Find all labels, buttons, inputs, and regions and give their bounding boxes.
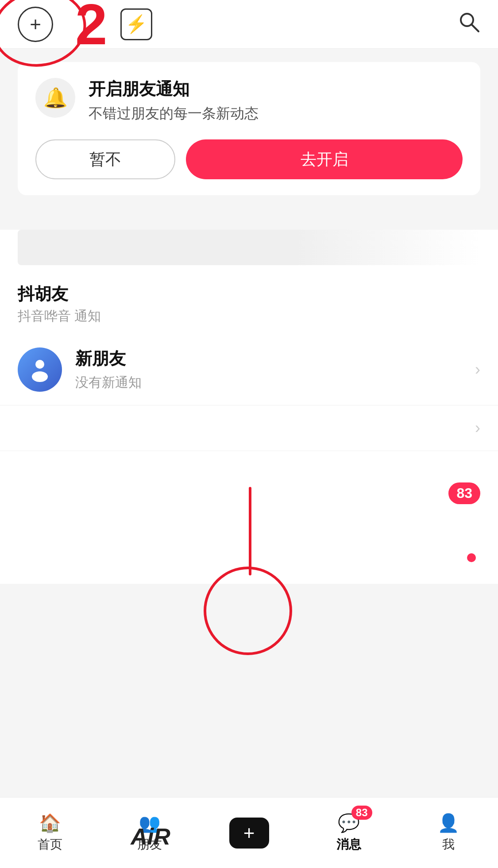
notification-subtitle: 不错过朋友的每一条新动态 [89, 104, 259, 123]
lightning-icon: ⚡ [125, 14, 147, 35]
home-icon: 🏠 [39, 813, 61, 833]
lightning-button[interactable]: ⚡ [120, 8, 152, 40]
top-nav-bar: + 2 ⚡ [0, 0, 498, 49]
svg-point-2 [35, 360, 44, 369]
new-friend-row[interactable]: 新朋友 没有新通知 › [0, 334, 498, 405]
badge-83-top: 83 [448, 482, 480, 504]
douhuyou-label: 抖胡友 [18, 283, 101, 305]
nav-plus-icon: + [243, 822, 255, 844]
nav-messages-label: 消息 [336, 836, 361, 853]
separator2 [0, 219, 498, 230]
separator [0, 208, 498, 219]
notification-buttons: 暂不 去开启 [35, 139, 463, 179]
bell-icon: 🔔 [35, 78, 75, 118]
blurred-content [18, 230, 480, 265]
nav-home[interactable]: 🏠 首页 [0, 813, 100, 853]
profile-icon: 👤 [437, 813, 459, 833]
nav-profile-label: 我 [442, 836, 455, 853]
add-button[interactable]: + [18, 7, 53, 42]
friend-avatar [18, 347, 62, 392]
svg-line-1 [471, 24, 479, 31]
nav-home-label: 首页 [38, 836, 62, 853]
second-list-item[interactable]: › [0, 405, 498, 451]
nav-add-button[interactable]: + [229, 818, 269, 849]
chevron-right-icon-2: › [475, 419, 480, 437]
douyinbiyin-label: 抖音哗音 通知 [18, 307, 101, 325]
annotation-line [249, 487, 251, 575]
friends-header: 抖胡友 抖音哗音 通知 [0, 270, 498, 334]
friend-info: 新朋友 没有新通知 [75, 347, 475, 392]
chevron-right-icon: › [475, 360, 480, 379]
confirm-button[interactable]: 去开启 [186, 139, 463, 179]
notification-title: 开启朋友通知 [89, 78, 259, 100]
friend-sub: 没有新通知 [75, 374, 475, 392]
nav-add[interactable]: + [199, 818, 299, 849]
plus-icon: + [30, 13, 41, 35]
nav-messages[interactable]: 💬 83 消息 [299, 813, 398, 853]
messages-icon: 💬 83 [338, 813, 360, 833]
nav-profile[interactable]: 👤 我 [398, 813, 498, 853]
messages-badge: 83 [351, 806, 372, 820]
bottom-navigation: 🏠 首页 👥 朋友 + 💬 83 消息 👤 我 [0, 797, 498, 868]
svg-point-3 [32, 371, 48, 382]
notification-text: 开启朋友通知 不错过朋友的每一条新动态 [89, 78, 259, 123]
cancel-button[interactable]: 暂不 [35, 139, 175, 179]
small-dot [467, 553, 476, 562]
notification-card: 🔔 开启朋友通知 不错过朋友的每一条新动态 暂不 去开启 [18, 62, 480, 195]
friend-name: 新朋友 [75, 347, 475, 370]
annotation-circle [204, 567, 292, 655]
air-brand: AiR [108, 805, 193, 868]
search-button[interactable] [457, 10, 480, 39]
